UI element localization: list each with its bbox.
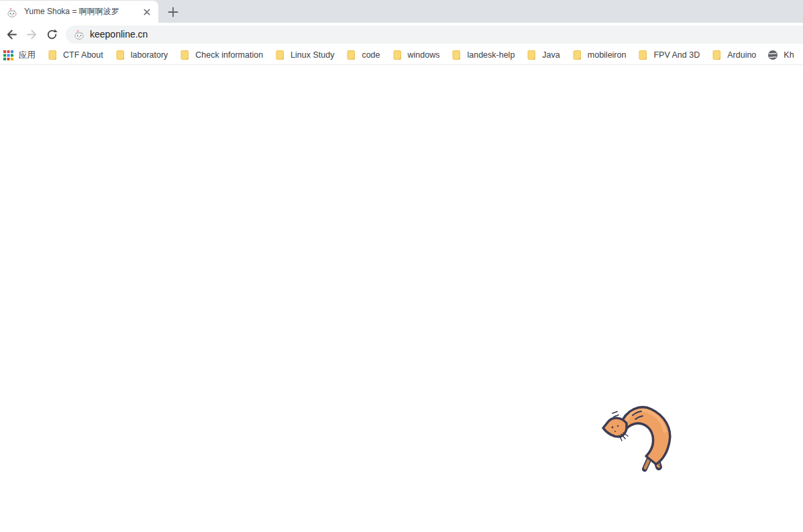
forward-icon[interactable] xyxy=(21,24,42,44)
bookmark-folder[interactable]: FPV And 3D xyxy=(637,50,700,60)
bookmark-page[interactable]: Kh xyxy=(767,50,794,60)
bookmark-folder[interactable]: code xyxy=(345,50,380,60)
bookmark-label: Linux Study xyxy=(290,50,334,60)
folder-icon xyxy=(274,50,285,60)
globe-icon xyxy=(767,50,778,60)
folder-icon xyxy=(47,50,58,60)
bookmark-label: FPV And 3D xyxy=(653,50,700,60)
address-favicon-cat-icon xyxy=(74,29,85,40)
new-tab-plus-icon[interactable] xyxy=(164,3,182,21)
bookmark-label: Arduino xyxy=(727,50,756,60)
folder-icon xyxy=(637,50,648,60)
browser-toolbar: keeponline.cn xyxy=(0,23,803,46)
bookmark-label: Java xyxy=(542,50,559,60)
bookmark-label: laboratory xyxy=(131,50,168,60)
bookmark-folder[interactable]: Linux Study xyxy=(274,50,334,60)
bookmark-folder[interactable]: windows xyxy=(392,50,440,60)
bookmark-label: windows xyxy=(408,50,440,60)
tab-title: Yume Shoka = 啊啊啊波罗 xyxy=(24,6,137,17)
folder-icon xyxy=(345,50,356,60)
folder-icon xyxy=(572,50,582,60)
bookmark-label: code xyxy=(362,50,380,60)
jumping-cat-illustration xyxy=(599,401,680,474)
apps-grid-icon xyxy=(3,50,13,60)
back-icon[interactable] xyxy=(1,24,21,44)
bookmark-label: mobileiron xyxy=(588,50,627,60)
bookmark-folder[interactable]: landesk-help xyxy=(451,50,515,60)
folder-icon xyxy=(392,50,403,60)
tab-close-icon[interactable] xyxy=(141,6,153,18)
tab-strip: Yume Shoka = 啊啊啊波罗 xyxy=(0,0,803,23)
web-page-content xyxy=(0,65,803,531)
bookmark-label: CTF About xyxy=(63,50,103,60)
folder-icon xyxy=(179,50,190,60)
bookmark-label: landesk-help xyxy=(467,50,515,60)
bookmark-folder[interactable]: Arduino xyxy=(711,50,756,60)
bookmark-folder[interactable]: mobileiron xyxy=(572,50,627,60)
folder-icon xyxy=(711,50,722,60)
folder-icon xyxy=(526,50,537,60)
address-url-text: keeponline.cn xyxy=(90,29,148,40)
bookmark-folder[interactable]: laboratory xyxy=(115,50,168,60)
bookmark-folder[interactable]: CTF About xyxy=(47,50,103,60)
folder-icon xyxy=(115,50,125,60)
bookmark-folder[interactable]: Check information xyxy=(179,50,263,60)
bookmark-folder[interactable]: Java xyxy=(526,50,559,60)
tab-favicon-cat-icon xyxy=(7,7,17,17)
bookmark-label: Check information xyxy=(195,50,263,60)
reload-icon[interactable] xyxy=(42,24,62,44)
bookmark-label: Kh xyxy=(784,50,794,60)
folder-icon xyxy=(451,50,462,60)
browser-tab[interactable]: Yume Shoka = 啊啊啊波罗 xyxy=(0,1,158,23)
bookmark-label: 应用 xyxy=(19,50,36,61)
bookmarks-bar: 应用 CTF About laboratory Check informatio… xyxy=(0,46,803,65)
address-bar[interactable]: keeponline.cn xyxy=(66,25,803,44)
bookmark-apps-shortcut[interactable]: 应用 xyxy=(3,50,36,61)
